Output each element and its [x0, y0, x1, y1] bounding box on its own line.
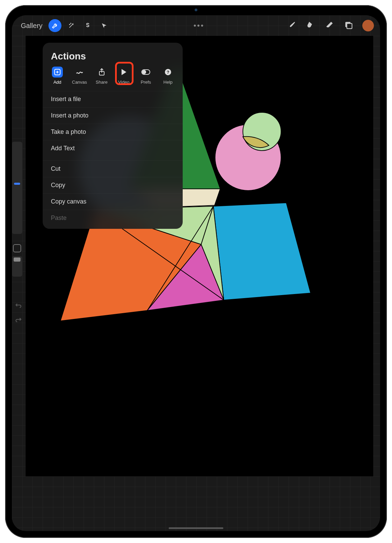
eraser-button[interactable] [325, 20, 334, 31]
svg-marker-13 [213, 203, 311, 300]
toolbar-left: Gallery [18, 19, 111, 32]
smudge-button[interactable] [306, 20, 315, 31]
toggle-icon [141, 69, 151, 75]
color-picker-button[interactable] [362, 20, 374, 31]
share-icon [98, 68, 105, 76]
brush-size-slider[interactable] [12, 142, 22, 234]
menu-insert-photo[interactable]: Insert a photo [43, 107, 183, 124]
camera-dot [195, 9, 197, 11]
layers-icon [344, 20, 353, 29]
svg-text:?: ? [167, 70, 169, 75]
actions-tab-row: Add Canvas Share [43, 67, 183, 91]
popover-title: Actions [43, 51, 183, 67]
tab-add[interactable]: Add [48, 67, 67, 85]
toolbar-center[interactable]: ••• [115, 21, 282, 30]
svg-rect-3 [347, 24, 352, 29]
menu-copy-canvas[interactable]: Copy canvas [43, 193, 183, 210]
opacity-slider[interactable] [12, 256, 22, 277]
tab-label: Help [164, 80, 173, 85]
eraser-icon [325, 20, 334, 30]
transform-button[interactable] [98, 19, 111, 32]
selection-button[interactable] [81, 19, 94, 32]
tab-label: Video [118, 80, 129, 85]
tab-label: Canvas [72, 80, 87, 85]
ipad-frame: Gallery ••• [5, 5, 387, 538]
modifier-button[interactable] [13, 244, 21, 252]
tab-canvas[interactable]: Canvas [70, 67, 89, 85]
svg-point-0 [70, 24, 70, 25]
help-icon: ? [164, 68, 172, 76]
tab-prefs[interactable]: Prefs [137, 67, 155, 85]
more-icon: ••• [194, 21, 205, 30]
actions-popover: Actions Add Canvas [43, 43, 183, 229]
menu-cut[interactable]: Cut [43, 161, 183, 177]
gallery-button[interactable]: Gallery [18, 20, 45, 31]
brush-button[interactable] [287, 20, 296, 31]
actions-button[interactable] [48, 19, 61, 32]
undo-button[interactable] [15, 302, 22, 310]
canvas-icon [75, 69, 84, 75]
wand-icon [68, 22, 75, 29]
slider-thumb[interactable] [14, 183, 20, 185]
svg-point-1 [71, 23, 71, 24]
adjustments-button[interactable] [65, 19, 78, 32]
smudge-icon [306, 20, 315, 30]
menu-copy[interactable]: Copy [43, 177, 183, 193]
actions-menu-list: Insert a file Insert a photo Take a phot… [43, 91, 183, 226]
add-icon [54, 68, 61, 76]
cursor-arrow-icon [101, 22, 108, 29]
svg-point-21 [142, 70, 146, 74]
tab-video[interactable]: Video [114, 67, 133, 85]
screen: Gallery ••• [12, 15, 380, 531]
selection-s-icon [84, 22, 91, 29]
top-toolbar: Gallery ••• [12, 15, 380, 36]
play-icon [120, 68, 127, 76]
menu-paste: Paste [43, 210, 183, 226]
undo-redo-group [15, 302, 22, 324]
undo-icon [15, 302, 22, 308]
redo-button[interactable] [15, 317, 22, 324]
toolbar-right [287, 20, 374, 31]
slider-thumb[interactable] [14, 257, 20, 262]
menu-take-photo[interactable]: Take a photo [43, 124, 183, 140]
menu-insert-file[interactable]: Insert a file [43, 91, 183, 107]
tab-help[interactable]: ? Help [159, 67, 177, 85]
tab-label: Prefs [141, 80, 151, 85]
redo-icon [15, 317, 22, 323]
menu-add-text[interactable]: Add Text [43, 140, 183, 156]
layers-button[interactable] [344, 20, 353, 31]
tab-label: Share [96, 80, 108, 85]
brush-icon [287, 20, 296, 29]
tab-share[interactable]: Share [93, 67, 111, 85]
tab-label: Add [53, 80, 61, 85]
wrench-icon [52, 22, 58, 29]
home-indicator[interactable] [169, 527, 223, 529]
